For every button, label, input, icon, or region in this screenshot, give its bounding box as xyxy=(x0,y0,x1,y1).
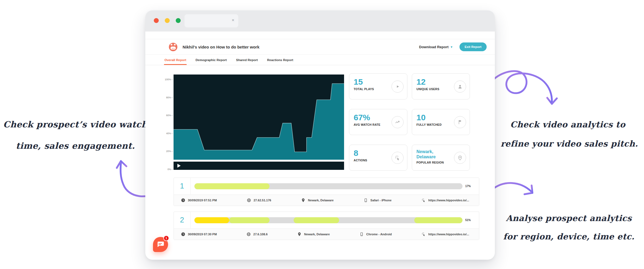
tab-overall-report[interactable]: Overall Report xyxy=(164,55,186,65)
report-tabs: Overall Report Demographic Report Shared… xyxy=(145,55,495,65)
watched-segment xyxy=(194,183,269,189)
annotation-left-line1: Check prospect’s video watch xyxy=(2,114,149,135)
curved-arrow-right-icon xyxy=(491,178,541,205)
y-axis-tick: 20% xyxy=(166,150,173,153)
chat-bubble-icon xyxy=(157,241,164,248)
click-icon xyxy=(421,198,426,202)
device-icon xyxy=(364,198,368,202)
chevron-down-icon: ▾ xyxy=(451,45,452,49)
tab-shared-report[interactable]: Shared Report xyxy=(236,55,258,65)
click-icon xyxy=(421,232,426,236)
annotation-bottom-right: Analyse prospect analytics for region, d… xyxy=(501,209,637,246)
video-player[interactable] xyxy=(174,75,344,170)
stat-card-fully-watched: 10 FULLY WATCHED xyxy=(412,109,470,135)
meta-location: Newark, Delaware xyxy=(301,198,334,202)
player-progress-line xyxy=(174,160,344,162)
meta-location: Newark, Delaware xyxy=(297,232,330,236)
stat-card-actions: 8 ACTIONS xyxy=(349,145,407,171)
meta-source-url: https://www.hippovideo.io/... xyxy=(421,198,469,202)
notification-badge: 1 xyxy=(163,235,169,241)
location-icon xyxy=(454,152,466,164)
globe-icon xyxy=(247,198,251,202)
pin-icon xyxy=(301,198,305,202)
meta-device: Chrome - Android xyxy=(359,232,392,236)
annotation-top-right-line1: Check video analytics to xyxy=(501,115,635,134)
prospect-row-1[interactable]: 1 17% 30/09/2019 07:51 PM 27.62.51.176 xyxy=(174,178,479,206)
meta-ip: 27.62.51.176 xyxy=(247,198,271,202)
meta-time: 30/09/2019 07:30 PM xyxy=(181,232,217,236)
tab-reactions-report[interactable]: Reactions Report xyxy=(267,55,293,65)
flag-icon xyxy=(454,116,466,128)
meta-source-url: https://www.hippovideo.io/... xyxy=(421,232,469,236)
prospect-row-2[interactable]: 2 51% 30/09/2019 07:30 PM 27.6.108.6 Ne xyxy=(174,211,479,240)
stat-card-avg-watch-rate: 67% AVG WATCH RATE xyxy=(349,109,407,135)
annotation-left: Check prospect’s video watch time, sales… xyxy=(2,114,149,156)
report-header: Nikhil's video on How to do better work … xyxy=(145,39,495,55)
user-icon xyxy=(454,81,466,93)
click-icon xyxy=(391,152,404,164)
device-icon xyxy=(359,232,364,236)
meta-ip: 27.6.108.6 xyxy=(246,232,268,236)
minimize-window-button[interactable] xyxy=(165,18,170,23)
watch-percent: 17% xyxy=(465,185,475,188)
row-meta: 30/09/2019 07:30 PM 27.6.108.6 Newark, D… xyxy=(174,228,479,240)
watch-progress-bar xyxy=(194,183,463,189)
loop-arrow-icon xyxy=(490,67,559,111)
y-axis-tick: 80% xyxy=(166,96,173,99)
clock-icon xyxy=(181,232,185,236)
annotation-top-right-line2: refine your video sales pitch. xyxy=(501,134,635,153)
watched-segment xyxy=(414,217,463,223)
globe-icon xyxy=(246,232,251,236)
stat-cards: 15 TOTAL PLAYS 12 UNIQUE USERS 67% AVG W… xyxy=(349,73,470,171)
watch-progress-bar xyxy=(194,217,463,223)
meta-device: Safari - iPhone xyxy=(364,198,391,202)
row-index: 2 xyxy=(174,212,191,228)
page: Check prospect’s video watch time, sales… xyxy=(0,0,644,269)
row-meta: 30/09/2019 07:51 PM 27.62.51.176 Newark,… xyxy=(174,194,479,206)
browser-tab[interactable]: × xyxy=(185,14,238,27)
watched-segment xyxy=(294,217,339,223)
play-circle-icon xyxy=(391,81,404,93)
annotation-top-right: Check video analytics to refine your vid… xyxy=(501,115,635,153)
y-axis-tick: 60% xyxy=(166,114,173,117)
player-control-bar xyxy=(174,162,344,170)
stat-card-unique-users: 12 UNIQUE USERS xyxy=(412,73,470,99)
page-title: Nikhil's video on How to do better work xyxy=(183,45,259,49)
close-window-button[interactable] xyxy=(154,18,159,23)
tab-demographic-report[interactable]: Demographic Report xyxy=(195,55,227,65)
stat-card-total-plays: 15 TOTAL PLAYS xyxy=(349,73,407,99)
pin-icon xyxy=(297,232,302,236)
annotation-bottom-right-line1: Analyse prospect analytics xyxy=(501,209,637,227)
chat-widget-button[interactable]: 1 xyxy=(153,237,168,252)
watched-segment xyxy=(194,217,229,223)
browser-window: × Nikhil's video on How to do better wor… xyxy=(145,10,495,260)
y-axis-tick: 40% xyxy=(166,132,173,135)
zoom-window-button[interactable] xyxy=(176,18,181,23)
stat-card-popular-region: Newark, Delaware POPULAR REGION xyxy=(412,145,470,171)
annotation-bottom-right-line2: for region, device, time etc. xyxy=(501,227,637,246)
watch-percent: 51% xyxy=(465,219,475,222)
clock-icon xyxy=(181,198,185,202)
watched-segment xyxy=(229,217,269,223)
meta-time: 30/09/2019 07:51 PM xyxy=(181,198,217,202)
watch-rate-area-chart xyxy=(174,80,344,170)
y-axis-tick: 100% xyxy=(165,78,173,81)
row-index: 1 xyxy=(174,178,191,194)
browser-chrome: × xyxy=(145,10,495,32)
y-axis-tick: 0% xyxy=(168,168,173,171)
tab-close-icon[interactable]: × xyxy=(232,18,234,23)
hippo-logo-icon xyxy=(169,43,177,51)
play-icon[interactable] xyxy=(177,164,181,168)
trend-icon xyxy=(391,116,404,128)
exit-report-button[interactable]: Exit Report xyxy=(459,42,487,51)
download-report-button[interactable]: Download Report ▾ xyxy=(419,45,452,49)
